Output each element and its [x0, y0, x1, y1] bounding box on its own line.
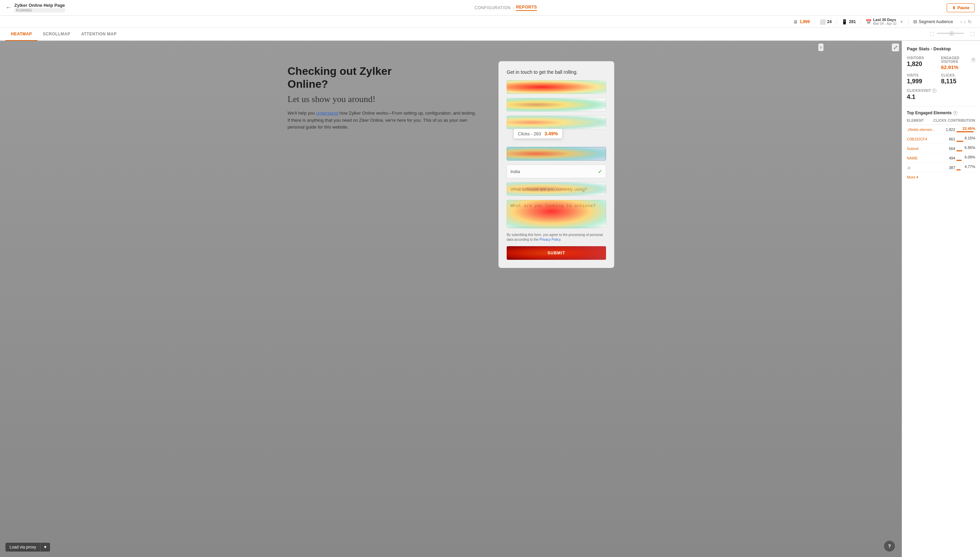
tab-attention-map[interactable]: ATTENTION MAP — [75, 28, 122, 41]
app-title: Zylker Online Help Page — [14, 3, 65, 8]
desktop-icon: 🖥 — [793, 19, 798, 24]
filter-icon: ⊟ — [913, 19, 917, 24]
tablet-count: 24 — [827, 20, 831, 24]
element-clicks-1: 1,822 — [943, 127, 955, 132]
mobile-icon: 📱 — [841, 19, 847, 24]
element-name-5[interactable]: .js — [907, 166, 938, 170]
shrink-icon: ⛶ — [929, 32, 934, 37]
pause-button[interactable]: ⏸ Pause — [947, 3, 975, 12]
tab-scrollmap[interactable]: SCROLLMAP — [38, 28, 76, 41]
element-clicks-5: 387 — [943, 166, 955, 170]
mobile-count: 281 — [849, 20, 856, 24]
form-section: Get in touch to get the ball rolling. — [498, 61, 614, 268]
mobile-stat: 📱 281 — [837, 19, 861, 24]
back-button[interactable]: ← — [5, 4, 11, 11]
date-range[interactable]: 📅 Last 30 Days Mar 04 - Apr 02 ▼ — [861, 18, 908, 26]
element-name-1[interactable]: .zfields-elemen... — [907, 127, 938, 132]
panel-divider — [907, 106, 975, 106]
engaged-section-help-icon[interactable]: ? — [953, 111, 957, 115]
email-input[interactable] — [507, 116, 606, 129]
phone-input[interactable] — [507, 147, 606, 161]
panel-title: Page Stats - Desktop — [907, 46, 975, 51]
col-element: ELEMENT — [907, 119, 932, 122]
cpv-help-icon[interactable]: ? — [932, 88, 936, 93]
engaged-visitors-label: ENGAGED VISITORS ? — [941, 56, 975, 64]
panel-stats: VISITORS 1,820 ENGAGED VISITORS ? 62.91%… — [907, 56, 975, 101]
date-range-label: Last 30 Days — [873, 18, 897, 22]
right-panel: Page Stats - Desktop VISITORS 1,820 ENGA… — [902, 41, 980, 557]
achieve-textarea[interactable] — [507, 200, 606, 227]
visitors-value: 1,820 — [907, 60, 941, 68]
engaged-table: ELEMENT CLICKS CONTRIBUTION .zfields-ele… — [907, 119, 975, 173]
visits-value: 1,999 — [907, 78, 941, 85]
stats-grid: VISITORS 1,820 ENGAGED VISITORS ? 62.91%… — [907, 56, 975, 101]
form-field-software — [507, 182, 606, 196]
page-handwriting: Let us show you around! — [287, 94, 478, 104]
element-clicks-3: 564 — [943, 147, 955, 151]
refresh-button[interactable]: ↻ — [968, 19, 972, 24]
engaged-table-header: ELEMENT CLICKS CONTRIBUTION — [907, 119, 975, 125]
element-contribution-5: 4.77% — [957, 164, 975, 170]
engaged-row: .js 387 4.77% — [907, 163, 975, 173]
fullscreen-icon[interactable]: ⛶ — [970, 32, 975, 37]
element-clicks-2: 661 — [943, 137, 955, 141]
segment-button[interactable]: ⊟ Segment Audience — [908, 19, 958, 24]
element-contribution-4: 6.09% — [957, 155, 975, 161]
privacy-link[interactable]: Privacy Policy — [539, 238, 560, 241]
main-layout: Checking out Zylker Online? Let us show … — [0, 41, 980, 557]
clicks-per-visit-stat: CLICKS/VISIT ? 4.1 — [907, 88, 941, 101]
prev-button[interactable]: ‹ — [960, 19, 962, 24]
visitors-stat: VISITORS 1,820 — [907, 56, 941, 70]
page-inner: Checking out Zylker Online? Let us show … — [281, 47, 621, 282]
next-button[interactable]: › — [964, 19, 966, 24]
tab-heatmap[interactable]: HEATMAP — [5, 28, 38, 41]
form-field-achieve — [507, 200, 606, 228]
highlight-text: understand — [316, 111, 338, 116]
col-clicks: CLICKS — [933, 119, 947, 122]
reports-nav-item[interactable]: REPORTS — [516, 5, 537, 11]
nav-arrows: ‹ › ↻ — [958, 19, 975, 24]
engaged-visitors-stat: ENGAGED VISITORS ? 62.91% — [941, 56, 975, 70]
click-tooltip: Clicks - 283 3.49% — [513, 129, 562, 139]
calendar-icon: 📅 — [866, 19, 871, 24]
help-button[interactable]: ? — [884, 541, 895, 552]
engaged-title: Top Engaged Elements ? — [907, 111, 975, 115]
collapse-panel-button[interactable]: › — [818, 44, 823, 51]
visitors-label: VISITORS — [907, 56, 941, 60]
date-range-sub: Mar 04 - Apr 02 — [873, 22, 897, 26]
company-input[interactable] — [507, 98, 606, 112]
element-name-4[interactable]: NAME — [907, 156, 938, 160]
form-field-email: Clicks - 283 3.49% — [507, 116, 606, 129]
form-field-phone — [507, 147, 606, 161]
clicks-per-visit-value: 4.1 — [907, 93, 941, 101]
clicks-stat: CLICKS 8,115 — [941, 73, 975, 85]
expand-button[interactable]: ⤢ — [892, 44, 899, 51]
tooltip-label: Clicks - 283 — [518, 131, 541, 136]
submit-button[interactable]: SUBMIT — [507, 246, 606, 260]
element-contribution-3: 6.95% — [957, 145, 975, 151]
zoom-controls — [937, 33, 967, 35]
tablet-icon: ⬜ — [820, 19, 825, 24]
top-engaged-section: Top Engaged Elements ? ELEMENT CLICKS CO… — [907, 111, 975, 179]
software-input[interactable] — [507, 182, 606, 196]
engaged-row: NAME 494 6.09% — [907, 153, 975, 163]
proxy-label: Load via proxy — [5, 543, 40, 552]
form-field-firstname — [507, 80, 606, 94]
date-dropdown-icon: ▼ — [900, 20, 903, 24]
element-name-3[interactable]: Submit — [907, 147, 938, 151]
tooltip-percentage: 3.49% — [544, 131, 558, 136]
config-nav-item[interactable]: CONFIGURATION — [475, 5, 511, 10]
engaged-help-icon[interactable]: ? — [972, 58, 975, 62]
load-proxy-button[interactable]: Load via proxy ▼ — [5, 543, 50, 552]
country-value: India — [510, 169, 520, 174]
zoom-slider-container[interactable] — [937, 33, 967, 35]
page-heading: Checking out Zylker Online? — [287, 65, 478, 91]
nav-right: ⏸ Pause — [947, 3, 975, 12]
nav-left: ← Zylker Online Help Page RUNNING — [5, 3, 65, 13]
proxy-dropdown-icon[interactable]: ▼ — [40, 543, 50, 552]
form-field-country[interactable]: India ✓ — [507, 164, 606, 178]
more-link[interactable]: More ▾ — [907, 175, 975, 179]
page-body: We'll help you understand how Zylker Onl… — [287, 110, 478, 131]
firstname-input[interactable] — [507, 80, 606, 94]
element-name-2[interactable]: C0BJ32CF4 — [907, 137, 938, 141]
